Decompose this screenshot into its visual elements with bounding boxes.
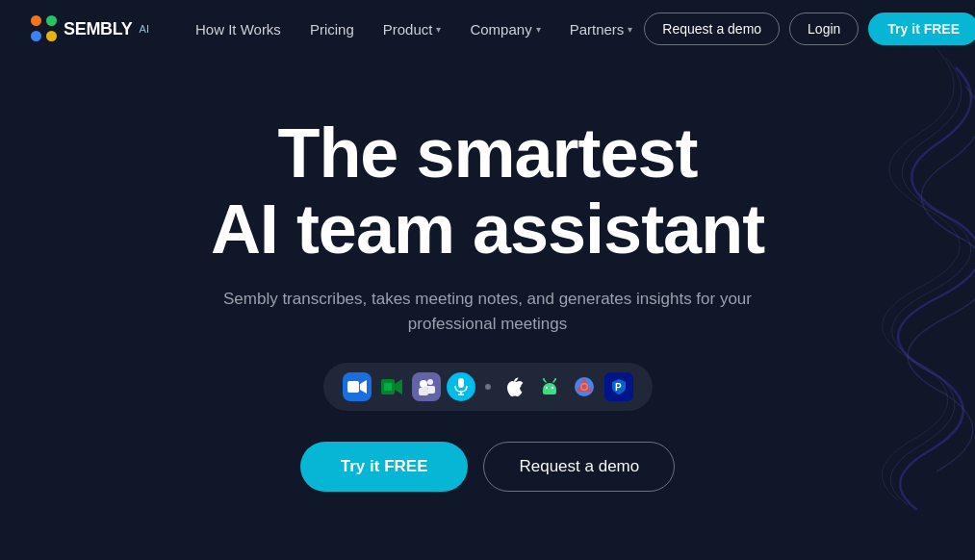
svg-rect-9 (419, 388, 428, 395)
request-demo-hero-button[interactable]: Request a demo (483, 442, 675, 492)
svg-marker-1 (360, 380, 367, 394)
company-chevron-icon: ▾ (536, 24, 541, 35)
integration-separator (485, 384, 491, 390)
svg-point-13 (545, 387, 547, 389)
zoom-icon (343, 372, 372, 401)
google-meet-icon (377, 372, 406, 401)
ms-teams-icon (412, 372, 441, 401)
logo-text: SEMBLY (64, 19, 133, 39)
chrome-icon (570, 372, 599, 401)
svg-marker-3 (395, 379, 402, 395)
webex-icon (447, 372, 475, 401)
logo-ai-label: AI (140, 23, 149, 35)
nav-links: How It Works Pricing Product ▾ Company ▾… (184, 15, 644, 43)
hero-title: The smartest AI team assistant (211, 115, 764, 267)
svg-point-7 (420, 380, 427, 388)
navbar: SEMBLYAI How It Works Pricing Product ▾ … (0, 0, 975, 58)
login-button[interactable]: Login (789, 13, 859, 45)
nav-actions: Request a demo Login Try it FREE (644, 13, 975, 45)
android-icon (535, 372, 564, 401)
svg-point-17 (543, 378, 545, 380)
svg-rect-4 (384, 383, 392, 391)
logo-dot-orange (31, 15, 41, 26)
nav-how-it-works[interactable]: How It Works (184, 15, 293, 43)
svg-point-14 (551, 387, 552, 389)
nav-partners[interactable]: Partners ▾ (558, 15, 645, 43)
hero-section: The smartest AI team assistant Sembly tr… (0, 58, 975, 492)
logo-dot-blue (31, 31, 41, 41)
integrations-bar: P (323, 363, 653, 411)
nav-product[interactable]: Product ▾ (372, 15, 453, 43)
svg-point-5 (427, 379, 433, 385)
hero-cta-buttons: Try it FREE Request a demo (300, 442, 675, 492)
partners-chevron-icon: ▾ (628, 24, 632, 35)
request-demo-button[interactable]: Request a demo (644, 13, 780, 45)
product-chevron-icon: ▾ (436, 24, 441, 35)
logo-dot-green (46, 15, 57, 26)
apple-icon (500, 372, 529, 401)
try-free-hero-button[interactable]: Try it FREE (300, 442, 469, 492)
philips-icon: P (604, 372, 633, 401)
nav-pricing[interactable]: Pricing (298, 15, 366, 43)
try-free-nav-button[interactable]: Try it FREE (868, 13, 975, 45)
logo[interactable]: SEMBLYAI (31, 15, 149, 42)
logo-dot-yellow (46, 31, 57, 41)
hero-subtitle: Sembly transcribes, takes meeting notes,… (199, 287, 777, 336)
svg-rect-10 (458, 378, 464, 388)
svg-text:P: P (615, 382, 622, 393)
nav-company[interactable]: Company ▾ (458, 15, 552, 43)
logo-dots (31, 15, 58, 42)
svg-rect-0 (347, 381, 359, 393)
svg-point-18 (554, 378, 556, 380)
